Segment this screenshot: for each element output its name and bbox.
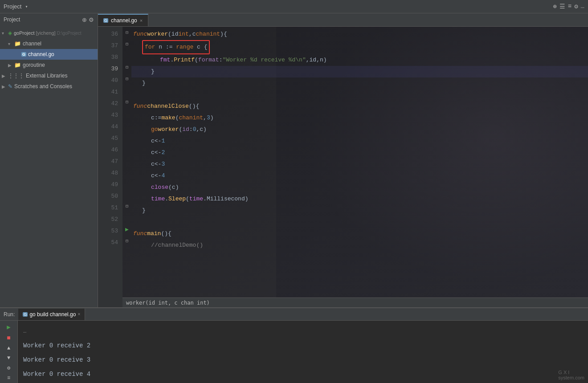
run-settings-button[interactable]: ⚙	[4, 365, 14, 371]
main-area: Project ⊕ ⚙ ▾ ◈ goProject [yicheng] D:\g…	[0, 13, 588, 307]
fold-icon-36[interactable]: ⊟	[126, 30, 128, 35]
code-line-37: for n := range c {	[131, 40, 588, 54]
top-toolbar: Project ▾ ⊕ ☰ ≡ ⚙ …	[0, 0, 588, 13]
tooltip-text: worker(id int, c chan int)	[126, 300, 210, 306]
run-tab-label: go build channel.go	[29, 311, 76, 318]
sidebar-channel-go-label: channel.go	[28, 51, 54, 57]
fold-icon-42[interactable]: ⊟	[126, 99, 128, 105]
sidebar-item-goroutine[interactable]: ▶ 📁 goroutine	[0, 60, 98, 70]
gutter-46	[122, 143, 131, 154]
ln-44: 44	[98, 121, 118, 133]
code-line-48: c <- 4	[131, 170, 588, 182]
run-tab-icon: G	[23, 312, 28, 317]
gutter-45	[122, 131, 131, 143]
run-tab-close-icon[interactable]: ×	[78, 312, 80, 317]
list2-icon[interactable]: ≡	[568, 3, 572, 10]
expand-arrow: ▾	[8, 41, 12, 46]
code-editor[interactable]: 36 37 38 39 40 41 42 43 44 45 46 47 48 4…	[98, 27, 588, 307]
gutter-44	[122, 119, 131, 131]
folder-icon: 📁	[14, 41, 21, 47]
tab-close-icon[interactable]: ×	[140, 18, 143, 23]
scratches-icon: ✎	[8, 83, 12, 90]
sidebar-item-goproject[interactable]: ▾ ◈ goProject [yicheng] D:\goProject	[0, 28, 98, 38]
bottom-panel: Run: G go build channel.go × ▶ ■ ▲ ▼ ⚙ ≡…	[0, 307, 588, 383]
fold-icon-37[interactable]: ⊟	[126, 41, 128, 47]
output-line-1: Worker 0 receive 2	[23, 338, 583, 353]
kw-func: func	[133, 29, 147, 40]
tab-channel-go[interactable]: G channel.go ×	[98, 14, 148, 26]
gutter-49	[122, 177, 131, 189]
sidebar-item-external-libraries[interactable]: ▶ ⋮⋮⋮ External Libraries	[0, 70, 98, 81]
gutter-47	[122, 154, 131, 166]
fold-icon-54[interactable]: ⊟	[126, 238, 128, 244]
sidebar-goroutine-label: goroutine	[23, 62, 45, 68]
gutter-41	[122, 85, 131, 96]
expand-arrow: ▾	[2, 31, 6, 36]
ext-lib-icon: ⋮⋮⋮	[8, 73, 24, 79]
gutter: ⊟ ⊟ ⊟ ⊟ ⊟	[122, 27, 131, 307]
watermark: G X Isystem.com	[558, 370, 584, 380]
output-truncated: …	[23, 324, 583, 338]
ln-38: 38	[98, 52, 118, 63]
gutter-39: ⊟	[122, 61, 131, 73]
gutter-51: ⊟	[122, 200, 131, 212]
run-output: … Worker 0 receive 2 Worker 0 receive 3 …	[18, 321, 588, 383]
run-lines-button[interactable]: ≡	[4, 375, 14, 381]
settings-icon[interactable]: ⚙	[574, 3, 578, 10]
code-lines[interactable]: func worker(id int, c chan int) { for n …	[131, 27, 588, 307]
scroll-up-button[interactable]: ▲	[4, 345, 14, 351]
expand-arrow: ▶	[8, 63, 12, 68]
sidebar-item-scratches[interactable]: ▶ ✎ Scratches and Consoles	[0, 81, 98, 92]
code-line-44: go worker( id: 0, c)	[131, 124, 588, 135]
ln-52: 52	[98, 214, 118, 225]
code-line-50: time.Sleep(time.Millisecond)	[131, 193, 588, 205]
gutter-53: ▶	[122, 224, 131, 235]
fold-icon-40[interactable]: ⊟	[126, 76, 128, 81]
run-label: Run:	[4, 311, 15, 318]
code-line-51: }	[131, 205, 588, 216]
ln-47: 47	[98, 156, 118, 167]
globe-icon[interactable]: ⊕	[553, 3, 556, 10]
run-stop-button[interactable]: ■	[4, 334, 14, 342]
gutter-50	[122, 189, 131, 200]
ln-37: 37	[98, 40, 118, 52]
code-line-40: }	[131, 77, 588, 89]
tab-label: channel.go	[111, 17, 137, 24]
gutter-48	[122, 166, 131, 177]
run-tab-channel[interactable]: G go build channel.go ×	[18, 309, 85, 320]
sidebar-item-channel[interactable]: ▾ 📁 channel	[0, 38, 98, 49]
sidebar-icon-2[interactable]: ⚙	[89, 16, 94, 23]
chevron-down-icon: ▾	[25, 4, 28, 9]
list-icon[interactable]: ☰	[559, 3, 565, 10]
ln-40: 40	[98, 75, 118, 86]
code-line-38: fmt.Printf( format: "Worker %d receive %…	[131, 54, 588, 66]
gutter-54: ⊟	[122, 235, 131, 247]
sidebar-channel-label: channel	[23, 41, 41, 47]
code-line-45: c <- 1	[131, 135, 588, 147]
run-play-button[interactable]: ▶	[4, 323, 14, 331]
tab-file-icon: G	[103, 18, 108, 23]
sidebar-icon-1[interactable]: ⊕	[82, 16, 87, 23]
code-line-54: //channelDemo()	[131, 240, 588, 251]
run-arrow-icon[interactable]: ▶	[125, 226, 129, 233]
sidebar-project-label: goProject [yicheng] D:\goProject	[14, 30, 82, 36]
fold-icon-39[interactable]: ⊟	[126, 65, 128, 70]
more-icon[interactable]: …	[581, 3, 584, 10]
ln-45: 45	[98, 133, 118, 144]
tab-bar: G channel.go ×	[98, 13, 588, 27]
fold-icon-51[interactable]: ⊟	[126, 204, 128, 209]
ln-42: 42	[98, 98, 118, 110]
code-line-43: c := make(chan int, 3)	[131, 112, 588, 124]
sidebar: Project ⊕ ⚙ ▾ ◈ goProject [yicheng] D:\g…	[0, 13, 98, 307]
ln-41: 41	[98, 86, 118, 98]
sidebar-item-channel-go[interactable]: G channel.go	[0, 49, 98, 60]
code-line-47: c <- 3	[131, 159, 588, 170]
expand-arrow: ▶	[2, 73, 6, 78]
scroll-down-button[interactable]: ▼	[4, 355, 14, 361]
code-line-42: func channelClose() {	[131, 101, 588, 112]
code-line-53: func main() {	[131, 228, 588, 240]
output-line-3: Worker 0 receive 4	[23, 367, 583, 381]
code-line-41	[131, 89, 588, 101]
folder-icon: 📁	[14, 62, 21, 68]
sidebar-header: Project ⊕ ⚙	[0, 13, 98, 26]
